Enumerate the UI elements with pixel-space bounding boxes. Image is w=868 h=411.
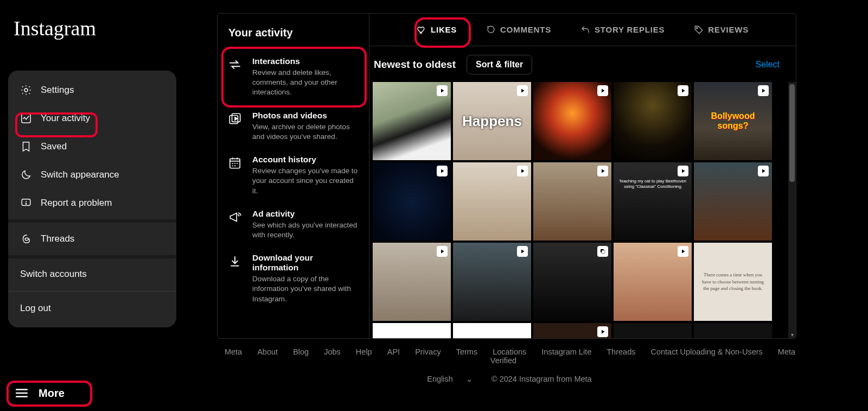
reel-icon — [678, 85, 688, 96]
menu-report-problem[interactable]: Report a problem — [8, 189, 176, 217]
footer-link[interactable]: Blog — [293, 347, 309, 356]
scroll-down-arrow[interactable]: ▾ — [788, 331, 796, 338]
scrollbar-handle[interactable] — [789, 84, 795, 182]
thumb-text: Teaching my cat to play Beethoven using … — [617, 179, 688, 189]
svg-marker-28 — [441, 169, 444, 173]
footer-link[interactable]: Help — [356, 347, 372, 356]
svg-marker-25 — [602, 89, 605, 93]
sort-filter-button[interactable]: Sort & filter — [467, 55, 532, 74]
reel-icon — [597, 85, 608, 96]
reel-icon — [758, 166, 769, 176]
liked-post[interactable] — [533, 323, 611, 338]
menu-logout[interactable]: Log out — [8, 295, 176, 322]
liked-post[interactable] — [614, 323, 692, 338]
svg-point-22 — [697, 27, 698, 28]
activity-download-info[interactable]: Download your information Download a cop… — [218, 246, 369, 311]
liked-post[interactable]: Bollywood songs? — [694, 82, 772, 160]
download-icon — [227, 253, 242, 304]
tag-icon — [694, 25, 704, 35]
activity-photos-videos[interactable]: Photos and videos View, archive or delet… — [218, 104, 369, 148]
tab-label: LIKES — [431, 25, 457, 34]
bookmark-icon — [20, 141, 32, 153]
more-label: More — [39, 387, 65, 400]
liked-post[interactable] — [694, 323, 772, 338]
liked-post[interactable] — [533, 162, 611, 241]
heart-icon — [417, 25, 426, 35]
activity-item-title: Account history — [252, 155, 359, 165]
liked-post[interactable]: Happens — [453, 82, 531, 160]
more-popup: Settings Your activity Saved Switch appe… — [8, 71, 176, 327]
footer-link[interactable]: API — [387, 347, 400, 356]
svg-marker-30 — [602, 169, 605, 173]
footer: Meta About Blog Jobs Help API Privacy Te… — [217, 347, 796, 383]
tab-reviews[interactable]: REVIEWS — [692, 21, 751, 39]
liked-post[interactable] — [453, 162, 531, 241]
menu-saved[interactable]: Saved — [8, 132, 176, 161]
more-button[interactable]: More — [8, 383, 84, 403]
divider — [8, 291, 176, 292]
activity-account-history[interactable]: Account history Review changes you've ma… — [218, 148, 369, 203]
liked-post[interactable] — [533, 243, 611, 321]
footer-link[interactable]: Privacy — [415, 347, 441, 356]
footer-link[interactable]: Meta — [225, 347, 242, 356]
liked-post[interactable] — [453, 323, 531, 338]
liked-post[interactable] — [453, 243, 531, 321]
activity-item-title: Interactions — [252, 56, 359, 66]
tab-label: REVIEWS — [708, 25, 749, 34]
language-selector[interactable]: English ⌄ — [422, 375, 478, 383]
menu-label: Switch appearance — [41, 169, 119, 180]
reel-icon — [597, 166, 608, 176]
menu-your-activity[interactable]: Your activity — [8, 104, 176, 132]
svg-marker-23 — [441, 89, 444, 93]
activity-item-title: Download your information — [252, 253, 359, 273]
liked-post[interactable] — [373, 162, 451, 241]
svg-marker-33 — [441, 250, 444, 254]
footer-link[interactable]: Threads — [607, 347, 635, 356]
tab-story-replies[interactable]: STORY REPLIES — [578, 21, 667, 39]
footer-link[interactable]: Instagram Lite — [541, 347, 591, 356]
liked-post[interactable] — [373, 243, 451, 321]
liked-post[interactable] — [533, 82, 611, 160]
reel-icon — [437, 246, 448, 257]
menu-switch-appearance[interactable]: Switch appearance — [8, 161, 176, 189]
menu-threads[interactable]: Threads — [8, 225, 176, 253]
liked-post[interactable] — [373, 323, 451, 338]
tab-comments[interactable]: COMMENTS — [484, 21, 553, 39]
reel-icon — [517, 246, 528, 257]
svg-marker-32 — [762, 169, 765, 173]
reel-icon — [517, 166, 528, 176]
thumb-text: Bollywood songs? — [694, 82, 772, 160]
menu-settings[interactable]: Settings — [8, 76, 176, 104]
tab-likes[interactable]: LIKES — [414, 21, 459, 39]
instagram-logo[interactable]: Instagram — [14, 16, 96, 40]
activity-ad-activity[interactable]: Ad activity See which ads you've interac… — [218, 203, 369, 246]
activity-interactions[interactable]: Interactions Review and delete likes, co… — [218, 50, 369, 104]
menu-label: Settings — [41, 85, 74, 96]
footer-link[interactable]: Jobs — [324, 347, 341, 356]
menu-label: Threads — [41, 233, 74, 244]
liked-posts-grid-wrap: Happens Bollywood songs? Teaching my cat… — [369, 82, 796, 338]
activity-item-desc: Review and delete likes, comments, and y… — [252, 68, 359, 98]
menu-switch-accounts[interactable]: Switch accounts — [8, 261, 176, 288]
svg-marker-34 — [521, 250, 525, 254]
footer-link[interactable]: Terms — [456, 347, 477, 356]
select-button[interactable]: Select — [756, 60, 780, 69]
activity-panel: Your activity Interactions Review and de… — [217, 13, 796, 339]
liked-post[interactable]: Teaching my cat to play Beethoven using … — [614, 162, 692, 241]
svg-marker-38 — [602, 330, 605, 334]
liked-post[interactable] — [614, 82, 692, 160]
footer-link[interactable]: Contact Uploading & Non-Users — [650, 347, 762, 356]
grid-toolbar: Newest to oldest Sort & filter Select — [369, 46, 796, 82]
liked-post[interactable] — [694, 162, 772, 241]
liked-post[interactable]: There comes a time when you have to choo… — [694, 243, 772, 321]
liked-post[interactable] — [373, 82, 451, 160]
liked-post[interactable] — [614, 243, 692, 321]
scrollbar[interactable]: ▾ — [788, 82, 796, 338]
footer-links: Meta About Blog Jobs Help API Privacy Te… — [217, 347, 796, 365]
menu-label: Your activity — [41, 113, 90, 124]
copyright: © 2024 Instagram from Meta — [492, 375, 592, 383]
svg-point-0 — [24, 88, 28, 92]
footer-link[interactable]: Locations — [493, 347, 526, 356]
comment-icon — [486, 25, 496, 35]
footer-link[interactable]: About — [257, 347, 278, 356]
